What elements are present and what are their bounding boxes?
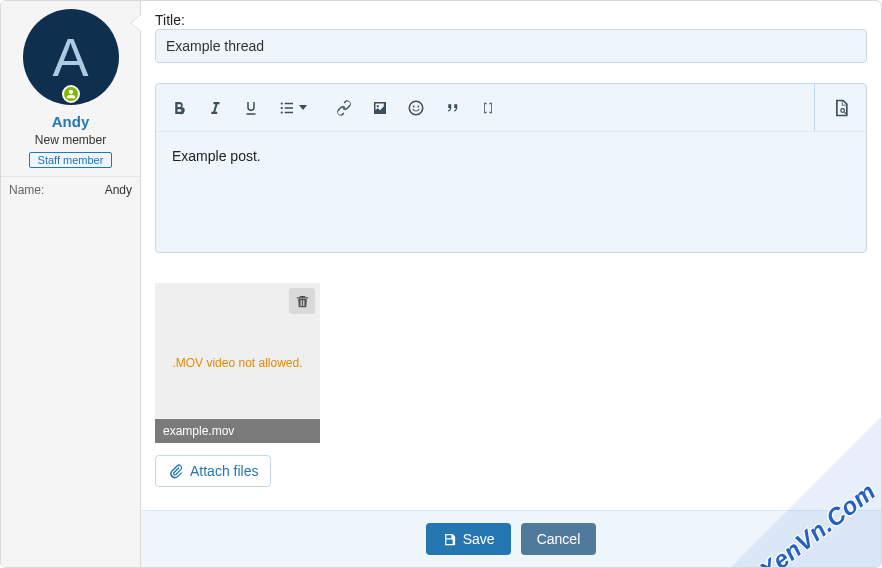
avatar-wrap: A	[19, 9, 123, 105]
svg-point-2	[281, 111, 283, 113]
attachment-error: .MOV video not allowed.	[164, 356, 310, 370]
underline-icon[interactable]	[242, 99, 260, 117]
svg-point-1	[281, 106, 283, 108]
editor-toolbar	[156, 84, 866, 132]
save-button[interactable]: Save	[426, 523, 511, 555]
svg-point-0	[281, 102, 283, 104]
profile-field-name: Name: Andy	[1, 176, 140, 197]
svg-point-6	[409, 101, 423, 115]
cancel-button[interactable]: Cancel	[521, 523, 597, 555]
attachments-area: .MOV video not allowed. example.mov Atta…	[155, 283, 867, 487]
attach-files-label: Attach files	[190, 463, 258, 479]
editor-textarea[interactable]: Example post.	[156, 132, 866, 252]
image-icon[interactable]	[371, 99, 389, 117]
attach-files-button[interactable]: Attach files	[155, 455, 271, 487]
svg-rect-4	[285, 107, 293, 109]
title-input[interactable]	[155, 29, 867, 63]
svg-point-9	[840, 108, 844, 112]
rich-text-editor: Example post.	[155, 83, 867, 253]
title-label: Title:	[155, 12, 185, 28]
speech-pointer-icon	[131, 15, 141, 31]
quote-icon[interactable]	[443, 99, 461, 117]
link-icon[interactable]	[335, 99, 353, 117]
delete-attachment-button[interactable]	[289, 288, 315, 314]
username-link[interactable]: Andy	[1, 113, 140, 130]
online-status-icon	[62, 85, 80, 103]
chevron-down-icon	[299, 105, 307, 110]
form-footer: Save Cancel	[141, 510, 881, 567]
svg-rect-3	[285, 102, 293, 104]
staff-badge: Staff member	[29, 152, 113, 168]
code-icon[interactable]	[479, 99, 497, 117]
profile-field-value: Andy	[105, 183, 132, 197]
attachment-tile: .MOV video not allowed. example.mov	[155, 283, 320, 443]
cancel-label: Cancel	[537, 531, 581, 547]
bold-icon[interactable]	[170, 99, 188, 117]
preview-button[interactable]	[814, 84, 866, 131]
save-label: Save	[463, 531, 495, 547]
emoji-icon[interactable]	[407, 99, 425, 117]
svg-point-8	[417, 105, 419, 107]
attachment-filename: example.mov	[155, 419, 320, 443]
svg-point-7	[413, 105, 415, 107]
main-form: Title:	[141, 1, 881, 567]
user-title: New member	[1, 133, 140, 147]
svg-line-10	[844, 112, 846, 114]
profile-field-label: Name:	[9, 183, 44, 197]
italic-icon[interactable]	[206, 99, 224, 117]
user-sidebar: A Andy New member Staff member Name: And…	[1, 1, 141, 567]
list-icon[interactable]	[278, 99, 307, 117]
svg-rect-5	[285, 111, 293, 113]
